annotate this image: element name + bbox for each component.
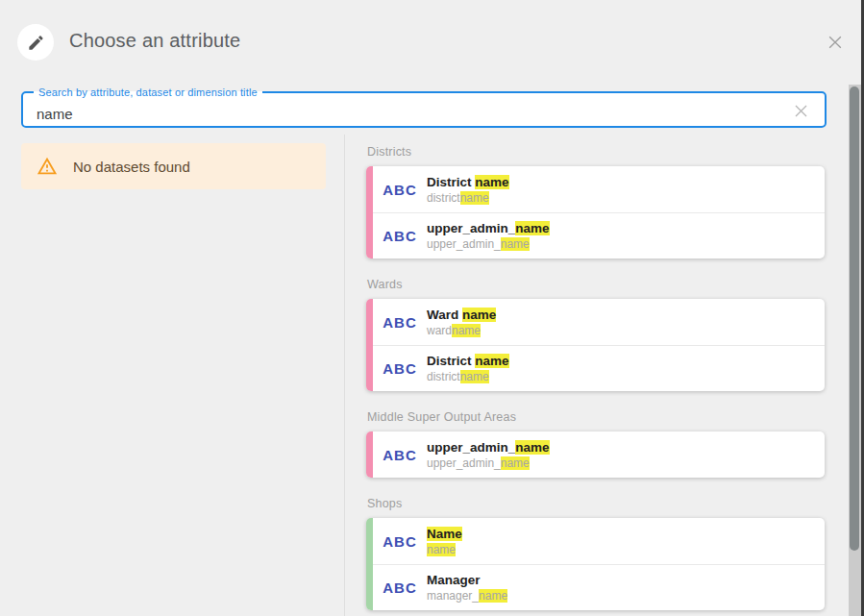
- attribute-type-icon: ABC: [373, 314, 427, 331]
- accent-strip: [366, 299, 373, 391]
- group-shops: Shops ABC Name name ABC Manager manager_…: [366, 496, 825, 610]
- attribute-title: District name: [427, 174, 509, 190]
- attribute-row[interactable]: ABC upper_admin_name upper_admin_name: [373, 431, 825, 478]
- group-label: Wards: [367, 277, 825, 292]
- attribute-type-icon: ABC: [373, 360, 427, 377]
- attribute-row[interactable]: ABC Ward name wardname: [373, 299, 825, 345]
- attribute-type-icon: ABC: [373, 182, 427, 198]
- group-districts: Districts ABC District name districtname…: [366, 144, 825, 259]
- group-wards: Wards ABC Ward name wardname ABC Distric…: [366, 277, 825, 391]
- attribute-subtitle: wardname: [427, 324, 496, 338]
- group-card: ABC Ward name wardname ABC District name…: [366, 299, 825, 391]
- search-field: Search by attribute, dataset or dimensio…: [21, 86, 827, 128]
- group-label: Shops: [367, 496, 825, 511]
- attribute-row[interactable]: ABC upper_admin_name upper_admin_name: [373, 212, 825, 259]
- scrollbar-thumb[interactable]: [850, 86, 859, 551]
- attribute-subtitle: manager_name: [427, 589, 507, 604]
- pencil-icon: [17, 24, 54, 61]
- attribute-subtitle: districtname: [427, 370, 509, 384]
- close-icon[interactable]: [825, 32, 846, 53]
- group-card: ABC upper_admin_name upper_admin_name: [366, 431, 825, 478]
- attribute-row[interactable]: ABC Manager manager_name: [373, 564, 825, 610]
- attribute-subtitle: districtname: [427, 191, 509, 206]
- attribute-title: Name: [427, 526, 462, 542]
- group-card: ABC District name districtname ABC upper…: [366, 166, 825, 259]
- accent-strip: [366, 431, 373, 478]
- group-label: Districts: [367, 144, 825, 160]
- attribute-title: Ward name: [427, 307, 496, 323]
- group-msoa: Middle Super Output Areas ABC upper_admi…: [366, 409, 825, 478]
- group-card: ABC Name name ABC Manager manager_name: [366, 518, 825, 610]
- attribute-subtitle: upper_admin_name: [427, 237, 550, 252]
- attribute-row[interactable]: ABC Name name: [373, 518, 825, 564]
- attribute-title: District name: [427, 353, 509, 369]
- attribute-type-icon: ABC: [373, 579, 427, 596]
- attribute-title: upper_admin_name: [427, 220, 550, 236]
- warning-text: No datasets found: [73, 159, 190, 175]
- accent-strip: [366, 166, 373, 259]
- attribute-subtitle: upper_admin_name: [427, 456, 550, 471]
- attribute-results-panel: Districts ABC District name districtname…: [366, 144, 825, 616]
- scrollbar-track[interactable]: [849, 85, 861, 616]
- attribute-subtitle: name: [427, 543, 462, 557]
- dialog-header: Choose an attribute: [0, 0, 864, 81]
- attribute-row[interactable]: ABC District name districtname: [373, 166, 825, 212]
- attribute-type-icon: ABC: [373, 228, 427, 244]
- attribute-title: upper_admin_name: [427, 439, 550, 456]
- attribute-type-icon: ABC: [373, 447, 427, 463]
- attribute-title: Manager: [427, 572, 507, 588]
- warning-icon: [37, 156, 58, 177]
- attribute-row[interactable]: ABC District name districtname: [373, 345, 825, 391]
- search-input[interactable]: [23, 102, 773, 131]
- attribute-type-icon: ABC: [373, 533, 427, 550]
- no-datasets-warning: No datasets found: [21, 143, 326, 189]
- group-label: Middle Super Output Areas: [367, 409, 825, 425]
- clear-search-icon[interactable]: [790, 100, 811, 121]
- dialog-title: Choose an attribute: [69, 30, 240, 52]
- panel-divider: [344, 135, 345, 616]
- accent-strip: [366, 518, 373, 610]
- search-field-label: Search by attribute, dataset or dimensio…: [34, 86, 262, 98]
